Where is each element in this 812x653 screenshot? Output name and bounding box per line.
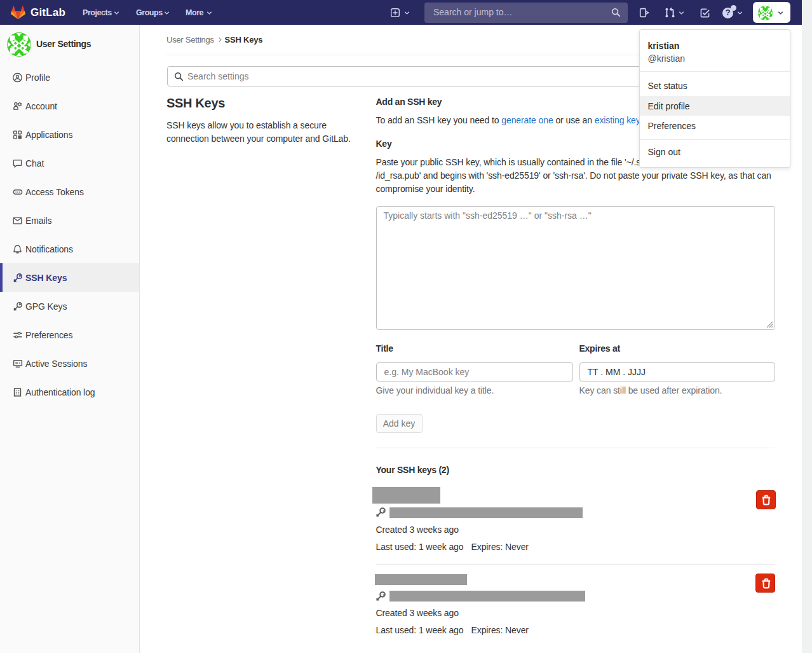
- svg-text:?: ?: [725, 8, 730, 17]
